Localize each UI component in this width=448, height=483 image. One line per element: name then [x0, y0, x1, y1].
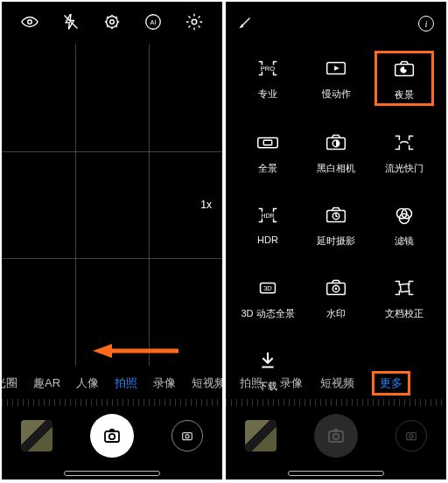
slowmo-icon [322, 54, 350, 82]
mode-aperture[interactable]: 光圈 [2, 375, 18, 391]
top-toolbar: AI [2, 2, 222, 37]
filter-icon [390, 201, 418, 229]
docscan-icon [390, 274, 418, 302]
top-bar: i [226, 2, 446, 40]
edit-icon[interactable] [238, 14, 254, 33]
mode-mono[interactable]: 黑白相机 [306, 125, 366, 178]
svg-point-12 [186, 435, 189, 438]
svg-text:3D: 3D [263, 284, 272, 292]
ai-icon[interactable]: AI [144, 12, 163, 32]
mode-portrait[interactable]: 人像 [76, 375, 99, 391]
mode-grid: PRO 专业 慢动作 夜景 全景 黑白相机 流光快门 [238, 51, 434, 396]
mode-video[interactable]: 录像 [280, 375, 303, 391]
svg-marker-8 [93, 344, 112, 358]
nav-pill[interactable] [288, 471, 384, 476]
settings-icon[interactable] [102, 12, 122, 32]
svg-rect-11 [183, 433, 192, 440]
pro-icon: PRO [254, 54, 282, 82]
mode-ruler [2, 399, 222, 406]
mode-photo[interactable]: 拍照 [115, 375, 137, 391]
svg-point-6 [192, 19, 198, 24]
switch-camera-button[interactable] [172, 420, 203, 452]
info-icon[interactable]: i [418, 16, 434, 32]
mode-night[interactable]: 夜景 [374, 51, 434, 106]
mode-watermark[interactable]: 水印 [306, 270, 366, 324]
svg-rect-34 [407, 433, 416, 440]
mode-strip[interactable]: 拍照 录像 短视频 更多 [226, 368, 446, 399]
gear-icon[interactable] [185, 12, 204, 32]
viewfinder[interactable]: 1x [2, 44, 222, 366]
svg-marker-15 [334, 66, 340, 71]
svg-point-3 [110, 20, 115, 24]
mode-pro[interactable]: PRO 专业 [238, 51, 298, 106]
tutorial-arrow [93, 343, 180, 359]
svg-point-33 [333, 434, 339, 439]
shutter-button[interactable] [90, 414, 134, 458]
night-icon [390, 55, 418, 83]
svg-rect-9 [105, 431, 119, 442]
lightpaint-icon [390, 129, 418, 157]
switch-camera-button [396, 420, 427, 452]
watermark-icon [322, 274, 350, 302]
mode-ar[interactable]: 趣AR [33, 375, 60, 391]
svg-rect-18 [263, 140, 271, 145]
svg-point-35 [410, 435, 413, 438]
svg-point-31 [335, 288, 338, 290]
svg-rect-17 [258, 137, 278, 147]
mode-ruler [226, 399, 446, 406]
3d-icon: 3D [254, 274, 282, 302]
bottom-controls [226, 408, 446, 464]
eye-icon[interactable] [20, 12, 39, 32]
gallery-thumbnail[interactable] [245, 420, 276, 452]
shutter-button [314, 414, 358, 458]
timelapse-icon [322, 201, 350, 229]
mode-3dpano[interactable]: 3D 3D 动态全景 [238, 270, 298, 324]
mode-slowmo[interactable]: 慢动作 [306, 51, 366, 106]
mode-video[interactable]: 录像 [153, 375, 176, 391]
gallery-thumbnail[interactable] [21, 420, 52, 452]
mono-icon [322, 129, 350, 157]
mode-filter[interactable]: 滤镜 [374, 198, 434, 251]
svg-point-2 [107, 17, 118, 28]
camera-viewfinder-screen: AI 1x 光圈 趣AR 人像 拍照 录像 短视频 更 [2, 2, 222, 480]
pano-icon [254, 129, 282, 157]
flash-off-icon[interactable] [61, 12, 80, 32]
hdr-icon: HDR [254, 201, 282, 229]
svg-point-10 [109, 434, 115, 439]
mode-docscan[interactable]: 文档校正 [374, 270, 434, 324]
mode-strip[interactable]: 光圈 趣AR 人像 拍照 录像 短视频 更 [2, 368, 222, 399]
zoom-indicator[interactable]: 1x [197, 197, 215, 213]
svg-text:HDR: HDR [261, 213, 274, 219]
mode-pano[interactable]: 全景 [238, 125, 298, 178]
mode-hdr[interactable]: HDR HDR [238, 198, 298, 251]
svg-rect-32 [329, 431, 343, 442]
nav-pill[interactable] [64, 471, 160, 476]
svg-text:AI: AI [150, 18, 157, 26]
mode-lightpaint[interactable]: 流光快门 [374, 125, 434, 178]
svg-point-0 [27, 20, 32, 24]
mode-more[interactable]: 更多 [372, 371, 410, 396]
mode-timelapse[interactable]: 延时摄影 [306, 198, 366, 251]
mode-shortvideo[interactable]: 短视频 [320, 375, 354, 391]
mode-shortvideo[interactable]: 短视频 [192, 375, 222, 391]
mode-photo[interactable]: 拍照 [240, 375, 262, 391]
bottom-controls [2, 408, 222, 464]
svg-text:PRO: PRO [261, 65, 275, 73]
camera-more-modes-screen: i PRO 专业 慢动作 夜景 全景 黑白相机 [226, 2, 446, 480]
